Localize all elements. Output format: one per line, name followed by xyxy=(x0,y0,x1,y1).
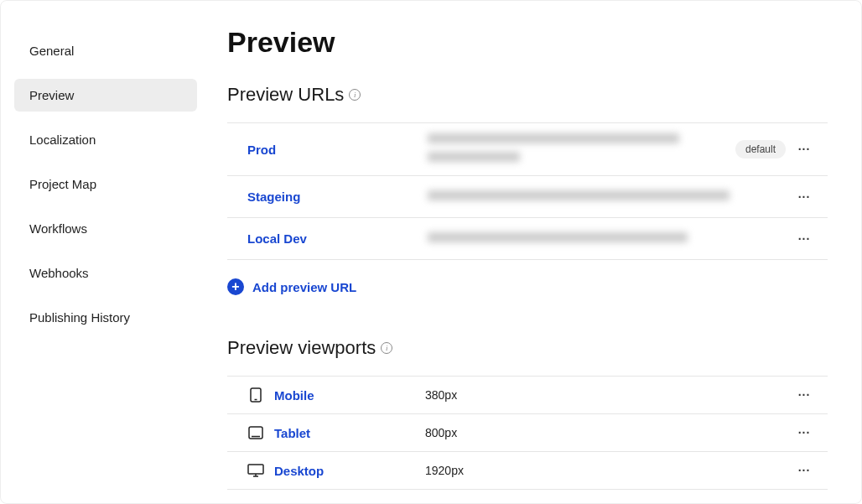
add-preview-url-label: Add preview URL xyxy=(252,280,356,294)
more-actions-button[interactable]: ··· xyxy=(794,460,814,481)
viewport-size: 800px xyxy=(425,426,457,439)
viewport-row: Mobile 380px ··· xyxy=(227,377,828,414)
plus-icon: + xyxy=(227,278,244,295)
preview-url-row: Local Dev ··· xyxy=(227,218,828,260)
mobile-icon xyxy=(247,387,264,403)
app-container: General Preview Localization Project Map… xyxy=(0,0,862,504)
more-actions-button[interactable]: ··· xyxy=(794,423,814,443)
tablet-icon xyxy=(247,426,264,439)
preview-urls-table: Prod default ··· Stageing xyxy=(227,122,828,260)
preview-url-name[interactable]: Prod xyxy=(247,143,428,157)
sidebar-item-publishing-history[interactable]: Publishing History xyxy=(14,301,197,334)
info-icon[interactable]: i xyxy=(381,342,392,354)
sidebar-item-localization[interactable]: Localization xyxy=(14,123,197,156)
viewport-row: Desktop 1920px ··· xyxy=(227,452,828,490)
more-actions-button[interactable]: ··· xyxy=(794,229,814,249)
default-badge: default xyxy=(735,140,786,158)
sidebar-item-workflows[interactable]: Workflows xyxy=(14,212,197,245)
preview-viewports-heading: Preview viewports i xyxy=(227,337,828,359)
viewport-name[interactable]: Desktop xyxy=(274,464,425,478)
svg-rect-4 xyxy=(248,465,263,474)
main-content: Preview Preview URLs i Prod default ··· xyxy=(210,1,861,503)
desktop-icon xyxy=(247,464,264,477)
add-preview-url-button[interactable]: + Add preview URL xyxy=(227,278,828,295)
info-icon[interactable]: i xyxy=(349,89,361,101)
sidebar-item-preview[interactable]: Preview xyxy=(14,79,197,112)
preview-urls-heading: Preview URLs i xyxy=(227,84,828,106)
viewport-row: Tablet 800px ··· xyxy=(227,414,828,452)
page-title: Preview xyxy=(227,26,828,59)
viewport-size: 1920px xyxy=(425,464,464,477)
viewport-size: 380px xyxy=(425,388,457,402)
preview-url-row: Prod default ··· xyxy=(227,123,828,176)
preview-url-value xyxy=(428,190,794,204)
sidebar-item-project-map[interactable]: Project Map xyxy=(14,168,197,200)
preview-url-value xyxy=(428,232,794,246)
preview-viewports-heading-text: Preview viewports xyxy=(227,337,376,359)
more-actions-button[interactable]: ··· xyxy=(794,187,814,207)
more-actions-button[interactable]: ··· xyxy=(794,139,814,159)
more-actions-button[interactable]: ··· xyxy=(794,385,814,405)
preview-urls-heading-text: Preview URLs xyxy=(227,84,344,106)
preview-url-name[interactable]: Local Dev xyxy=(247,231,428,246)
preview-url-row: Stageing ··· xyxy=(227,176,828,218)
viewport-name[interactable]: Mobile xyxy=(274,388,425,403)
sidebar: General Preview Localization Project Map… xyxy=(1,1,210,503)
preview-url-value xyxy=(428,133,735,165)
viewport-name[interactable]: Tablet xyxy=(274,426,425,440)
preview-url-name[interactable]: Stageing xyxy=(247,190,428,204)
sidebar-item-webhooks[interactable]: Webhooks xyxy=(14,257,197,289)
sidebar-item-general[interactable]: General xyxy=(14,34,197,67)
viewport-table: Mobile 380px ··· Tablet 800px ··· xyxy=(227,376,828,490)
